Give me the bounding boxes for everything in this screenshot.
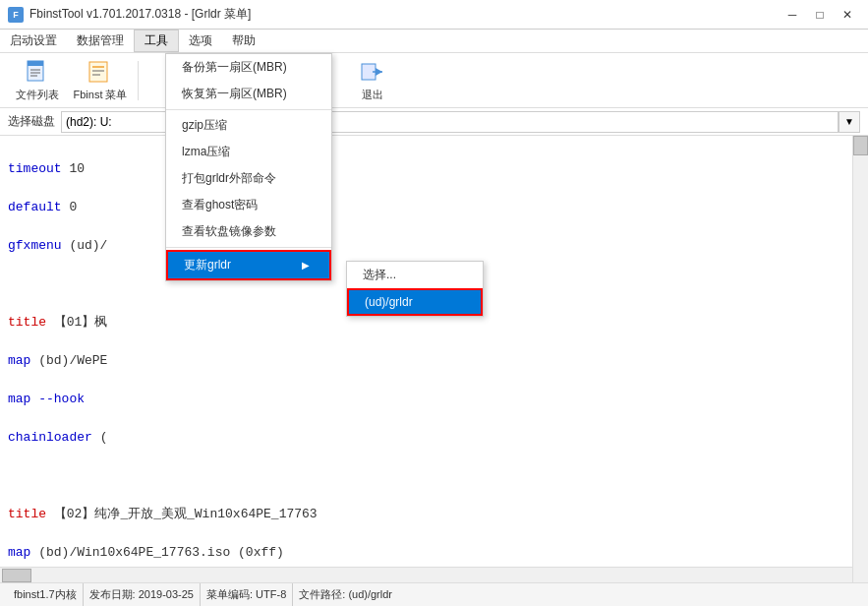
restore-mbr-item[interactable]: 恢复第一扇区(MBR) <box>166 81 331 107</box>
check-floppy-item[interactable]: 查看软盘镜像参数 <box>166 218 331 245</box>
menu-tools[interactable]: 工具 <box>134 30 179 52</box>
exit-label: 退出 <box>362 88 383 102</box>
disk-dropdown-arrow[interactable]: ▼ <box>839 111 860 133</box>
choose-item[interactable]: 选择... <box>347 262 483 288</box>
fbinst-menu-icon <box>87 58 114 86</box>
code-line-10: title 【02】纯净_开放_美观_Win10x64PE_17763 <box>8 505 844 524</box>
menu-help[interactable]: 帮助 <box>222 30 265 52</box>
code-line-9 <box>8 466 844 486</box>
backup-mbr-item[interactable]: 备份第一扇区(MBR) <box>166 54 331 81</box>
menu-startup[interactable]: 启动设置 <box>0 30 67 52</box>
h-scroll-thumb[interactable] <box>2 569 31 582</box>
separator-1 <box>166 109 331 110</box>
update-grldr-item[interactable]: 更新grldr ▶ <box>166 250 331 280</box>
submenu: 选择... (ud)/grldr <box>346 261 484 317</box>
code-line-2: default 0 <box>8 198 844 217</box>
svg-rect-1 <box>28 61 43 66</box>
horizontal-scrollbar[interactable] <box>0 567 852 582</box>
exit-button[interactable]: 退出 <box>343 57 402 104</box>
tools-dropdown: 备份第一扇区(MBR) 恢复第一扇区(MBR) gzip压缩 lzma压缩 打包… <box>165 53 332 281</box>
encoding-status: 菜单编码: UTF-8 <box>201 583 293 606</box>
code-line-6: map (bd)/WePE <box>8 351 844 371</box>
status-bar: fbinst1.7内核 发布日期: 2019-03-25 菜单编码: UTF-8… <box>0 582 868 606</box>
code-line-7: map --hook <box>8 390 844 409</box>
fbinst-menu-button[interactable]: Fbinst 菜单 <box>71 57 130 104</box>
menu-data[interactable]: 数据管理 <box>67 30 134 52</box>
pack-grldr-item[interactable]: 打包grldr外部命令 <box>166 165 331 192</box>
filepath-status: 文件路径: (ud)/grldr <box>293 583 398 606</box>
release-status: 发布日期: 2019-03-25 <box>84 583 201 606</box>
gzip-item[interactable]: gzip压缩 <box>166 112 331 139</box>
code-line-1: timeout 10 <box>8 159 844 179</box>
menu-bar: 启动设置 数据管理 工具 选项 帮助 <box>0 30 868 53</box>
check-ghost-item[interactable]: 查看ghost密码 <box>166 192 331 218</box>
title-bar-controls: ─ □ ✕ <box>780 5 860 25</box>
code-line-11: map (bd)/Win10x64PE_17763.iso (0xff) <box>8 543 844 563</box>
disk-selector-label: 选择磁盘 <box>8 113 55 130</box>
window-title: FbinstTool v1.701.2017.0318 - [Grldr 菜单] <box>29 6 251 23</box>
svg-rect-5 <box>89 62 107 82</box>
lzma-item[interactable]: lzma压缩 <box>166 139 331 165</box>
submenu-arrow-icon: ▶ <box>302 260 310 271</box>
close-button[interactable]: ✕ <box>835 5 860 25</box>
vertical-scrollbar[interactable] <box>852 136 868 582</box>
fbinst-menu-label: Fbinst 菜单 <box>73 88 127 102</box>
file-list-button[interactable]: 文件列表 <box>8 57 67 104</box>
code-line-3: gfxmenu (ud)/ <box>8 236 844 256</box>
ud-grldr-item[interactable]: (ud)/grldr <box>347 288 483 316</box>
app-icon: F <box>8 7 24 23</box>
exit-icon <box>359 58 386 86</box>
toolbar-separator <box>138 61 139 100</box>
maximize-button[interactable]: □ <box>807 5 833 25</box>
main-area: timeout 10 default 0 gfxmenu (ud)/ title… <box>0 136 868 582</box>
separator-2 <box>166 247 331 248</box>
code-line-8: chainloader ( <box>8 428 844 448</box>
file-list-icon <box>24 58 51 86</box>
menu-options[interactable]: 选项 <box>179 30 222 52</box>
code-editor[interactable]: timeout 10 default 0 gfxmenu (ud)/ title… <box>0 136 852 582</box>
title-bar-left: F FbinstTool v1.701.2017.0318 - [Grldr 菜… <box>8 6 251 23</box>
minimize-button[interactable]: ─ <box>780 5 805 25</box>
disk-selector-row: 选择磁盘 (hd2): U: ▼ <box>0 108 868 136</box>
toolbar: 文件列表 Fbinst 菜单 退出 <box>0 53 868 108</box>
kernel-status: fbinst1.7内核 <box>8 583 84 606</box>
file-list-label: 文件列表 <box>16 88 59 102</box>
title-bar: F FbinstTool v1.701.2017.0318 - [Grldr 菜… <box>0 0 868 30</box>
